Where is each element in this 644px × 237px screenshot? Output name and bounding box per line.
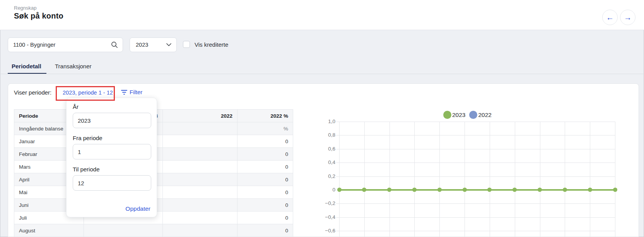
arrow-right-icon: → [624, 13, 632, 22]
chart-gridline-v [615, 122, 615, 237]
arrow-left-icon: ← [606, 13, 614, 22]
viser-perioder-label: Viser perioder: [14, 89, 51, 96]
value-cell: 0 [237, 161, 293, 173]
col-header-2022-pct: 2022 % [237, 110, 293, 122]
y-axis-tick-label: 0,4 [314, 159, 335, 165]
tabs-divider [0, 74, 644, 74]
period-range-button[interactable]: 2023, periode 1 - 12 [63, 90, 113, 96]
chart-gridline-h [336, 231, 615, 231]
chart-point-2023 [613, 188, 617, 192]
chart-point-2023 [588, 188, 592, 192]
vis-krediterte-checkbox[interactable] [183, 41, 190, 48]
chart-gridline-v [590, 122, 590, 237]
chart-gridline-v [414, 122, 415, 237]
col-header-2022: 2022 [163, 110, 237, 122]
legend-marker-2022 [469, 111, 477, 119]
value-cell: 0 [237, 212, 293, 224]
value-cell [84, 224, 163, 237]
value-cell: 0 [237, 148, 293, 161]
value-cell: 0 [237, 224, 293, 237]
y-axis-tick-label: 1,0 [314, 118, 335, 124]
back-button[interactable]: ← [602, 10, 618, 25]
chart-gridline-h [336, 135, 615, 135]
chart-gridline-v [389, 122, 390, 237]
y-axis-tick-label: 0,8 [314, 132, 335, 138]
oppdater-button[interactable]: Oppdater [125, 205, 150, 212]
page-title: Søk på konto [14, 12, 63, 20]
breadcrumb: Regnskap [14, 5, 37, 11]
filter-icon [121, 90, 127, 95]
account-search-input[interactable] [13, 42, 111, 48]
value-cell [163, 161, 237, 173]
value-cell [163, 135, 237, 148]
tab-transaksjoner[interactable]: Transaksjoner [55, 63, 91, 69]
year-field-label: År [73, 103, 150, 110]
forward-button[interactable]: → [620, 10, 635, 25]
value-cell: 0 [237, 199, 293, 212]
year-field[interactable] [73, 113, 151, 128]
chart-plot: 1,00,80,60,40,20−0,2−0,4−0,6 [339, 122, 615, 237]
chart-point-2023 [412, 188, 417, 192]
legend-label-2022: 2022 [478, 112, 491, 118]
value-cell [163, 199, 237, 212]
tab-periodetall[interactable]: Periodetall [12, 63, 41, 69]
table-row: August0 [14, 224, 293, 237]
legend-marker-2023 [443, 111, 451, 119]
legend-item-2022: 2022 [469, 111, 491, 119]
to-period-field[interactable] [73, 175, 151, 191]
value-cell [163, 212, 237, 224]
chart-point-2023 [512, 188, 517, 192]
chart-point-2023 [487, 188, 492, 192]
value-cell: % [237, 122, 293, 135]
chevron-down-icon [166, 43, 171, 46]
y-axis-tick-label: 0 [314, 187, 335, 193]
chart-gridline-h [336, 176, 615, 177]
chart-series-line-2023 [339, 189, 615, 191]
to-period-label: Til periode [73, 166, 150, 173]
value-cell: 0 [237, 186, 293, 199]
chart-point-2023 [463, 188, 467, 192]
chart-gridline-v [339, 122, 340, 237]
value-cell [163, 224, 237, 237]
chart-legend: 2023 2022 [443, 111, 492, 119]
y-axis-tick-label: −0,2 [314, 200, 335, 206]
page-header [0, 0, 644, 30]
value-cell [163, 173, 237, 186]
account-search[interactable] [8, 37, 123, 52]
chart-point-2023 [337, 188, 342, 192]
period-filter-popup: År Fra periode Til periode Oppdater [66, 98, 157, 217]
value-cell: 0 [237, 135, 293, 148]
chart-point-2023 [563, 188, 567, 192]
vis-krediterte-label: Vis krediterte [195, 41, 228, 48]
search-icon [111, 41, 118, 48]
chart-gridline-v [490, 122, 490, 237]
chart-gridline-v [465, 122, 465, 237]
y-axis-tick-label: −0,4 [314, 214, 335, 220]
value-cell [163, 186, 237, 199]
from-period-field[interactable] [73, 144, 151, 159]
chart-gridline-v [515, 122, 515, 237]
value-cell: 0 [237, 173, 293, 186]
filter-button[interactable]: Filter [121, 89, 142, 95]
chart-gridline-v [439, 122, 440, 237]
chart-point-2023 [437, 188, 442, 192]
chart-gridline-v [565, 122, 565, 237]
value-cell [163, 148, 237, 161]
from-period-label: Fra periode [73, 135, 150, 141]
y-axis-tick-label: 0,6 [314, 146, 335, 152]
y-axis-tick-label: −0,6 [314, 228, 335, 234]
chart-gridline-h [336, 122, 615, 122]
chart-gridline-h [336, 217, 615, 218]
filter-label: Filter [130, 89, 142, 95]
chart-gridline-h [336, 149, 615, 149]
chart-point-2023 [387, 188, 391, 192]
chart-point-2023 [538, 188, 542, 192]
legend-item-2023: 2023 [443, 111, 465, 119]
chart-point-2023 [362, 188, 366, 192]
value-cell [163, 122, 237, 135]
y-axis-tick-label: 0,2 [314, 173, 335, 179]
chart-gridline-h [336, 203, 615, 204]
year-select-value: 2023 [136, 42, 148, 48]
chart-gridline-h [336, 163, 615, 163]
year-select[interactable]: 2023 [130, 37, 177, 52]
